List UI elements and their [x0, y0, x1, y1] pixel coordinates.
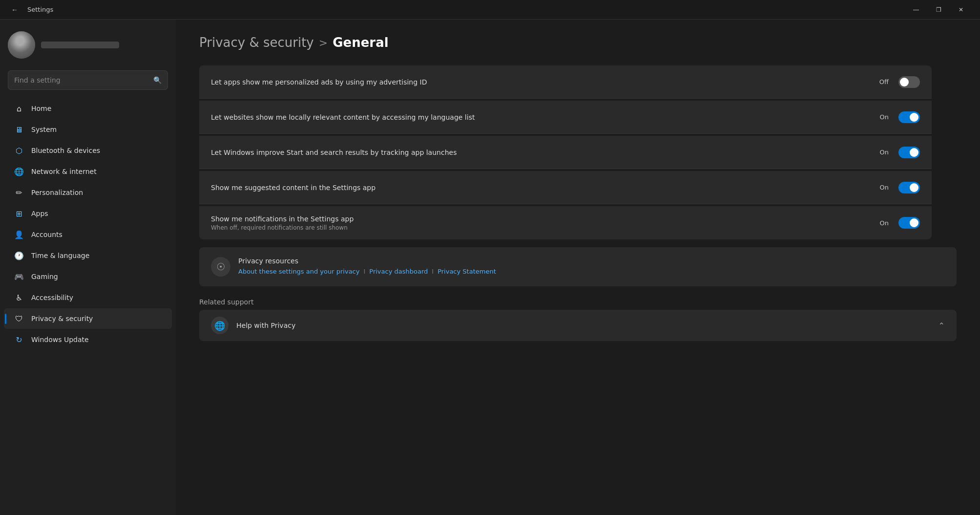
sidebar-item-system[interactable]: 🖥 System: [4, 119, 172, 140]
privacy-sep-1: I: [363, 268, 365, 275]
gaming-icon: 🎮: [14, 271, 24, 282]
network-icon: 🌐: [14, 166, 24, 177]
sidebar-item-gaming[interactable]: 🎮 Gaming: [4, 266, 172, 287]
toggle-suggested[interactable]: [898, 182, 920, 193]
privacy-resources-card: ☉ Privacy resources About these settings…: [199, 247, 957, 286]
sidebar-item-accessibility[interactable]: ♿ Accessibility: [4, 287, 172, 308]
breadcrumb-parent[interactable]: Privacy & security: [199, 35, 314, 50]
sidebar-item-apps[interactable]: ⊞ Apps: [4, 203, 172, 224]
sidebar: 🔍 ⌂ Home 🖥 System ⬡ Bluetooth & devices …: [0, 20, 176, 515]
bluetooth-icon: ⬡: [14, 145, 24, 156]
apps-icon: ⊞: [14, 208, 24, 219]
restore-icon: ❐: [936, 6, 941, 13]
app-title: Settings: [27, 6, 899, 13]
setting-text-notifications: Show me notifications in the Settings ap…: [211, 215, 354, 231]
toggle-wrapper-notifications: On: [880, 217, 920, 229]
sidebar-item-privacy[interactable]: 🛡 Privacy & security: [4, 308, 172, 329]
privacy-links: Privacy resources About these settings a…: [238, 257, 496, 275]
setting-row-tracking[interactable]: Let Windows improve Start and search res…: [199, 136, 932, 169]
setting-label-language: Let websites show me locally relevant co…: [211, 113, 475, 121]
sidebar-item-label-privacy: Privacy & security: [31, 315, 93, 322]
sidebar-item-label-apps: Apps: [31, 210, 48, 217]
toggle-wrapper-tracking: On: [880, 147, 920, 158]
system-icon: 🖥: [14, 124, 24, 135]
minimize-icon: —: [913, 6, 919, 13]
sidebar-item-label-bluetooth: Bluetooth & devices: [31, 147, 100, 154]
privacy-link-row: About these settings and your privacy I …: [238, 268, 496, 275]
search-icon[interactable]: 🔍: [153, 76, 162, 84]
update-icon: ↻: [14, 334, 24, 345]
setting-sublabel-notifications: When off, required notifications are sti…: [211, 224, 354, 231]
restore-button[interactable]: ❐: [927, 0, 950, 20]
personalization-icon: ✏: [14, 187, 24, 198]
sidebar-item-home[interactable]: ⌂ Home: [4, 98, 172, 119]
sidebar-item-label-personalization: Personalization: [31, 189, 83, 196]
setting-row-ads[interactable]: Let apps show me personalized ads by usi…: [199, 65, 932, 99]
toggle-thumb-suggested: [910, 183, 918, 192]
privacy-icon: 🛡: [14, 313, 24, 324]
privacy-shield-icon: ☉: [211, 257, 230, 277]
privacy-link-settings[interactable]: About these settings and your privacy: [238, 268, 359, 275]
time-icon: 🕐: [14, 250, 24, 261]
nav-items: ⌂ Home 🖥 System ⬡ Bluetooth & devices 🌐 …: [0, 98, 176, 507]
setting-row-notifications[interactable]: Show me notifications in the Settings ap…: [199, 206, 932, 239]
sidebar-item-time[interactable]: 🕐 Time & language: [4, 245, 172, 266]
toggle-wrapper-language: On: [880, 111, 920, 123]
setting-text-language: Let websites show me locally relevant co…: [211, 113, 475, 121]
setting-row-language[interactable]: Let websites show me locally relevant co…: [199, 101, 932, 134]
sidebar-item-network[interactable]: 🌐 Network & internet: [4, 161, 172, 182]
setting-label-ads: Let apps show me personalized ads by usi…: [211, 78, 427, 86]
breadcrumb-separator: >: [319, 37, 328, 49]
privacy-link-dashboard[interactable]: Privacy dashboard: [369, 268, 428, 275]
sidebar-item-update[interactable]: ↻ Windows Update: [4, 329, 172, 350]
sidebar-item-personalization[interactable]: ✏ Personalization: [4, 182, 172, 203]
related-support-title: Related support: [199, 298, 957, 306]
toggle-ads[interactable]: [898, 76, 920, 88]
home-icon: ⌂: [14, 103, 24, 114]
setting-text-ads: Let apps show me personalized ads by usi…: [211, 78, 427, 86]
setting-label-notifications: Show me notifications in the Settings ap…: [211, 215, 354, 223]
chevron-up-icon: ⌃: [938, 321, 945, 330]
setting-row-suggested[interactable]: Show me suggested content in the Setting…: [199, 171, 932, 204]
search-box[interactable]: 🔍: [8, 70, 168, 90]
toggle-thumb-ads: [900, 78, 909, 86]
app-body: 🔍 ⌂ Home 🖥 System ⬡ Bluetooth & devices …: [0, 20, 980, 515]
toggle-thumb-tracking: [910, 148, 918, 157]
back-button[interactable]: ←: [8, 3, 21, 17]
sidebar-item-label-network: Network & internet: [31, 168, 97, 175]
sidebar-item-label-gaming: Gaming: [31, 273, 58, 280]
privacy-resources-title: Privacy resources: [238, 257, 496, 265]
setting-text-suggested: Show me suggested content in the Setting…: [211, 184, 375, 192]
sidebar-item-label-update: Windows Update: [31, 336, 89, 343]
help-privacy-card[interactable]: 🌐 Help with Privacy ⌃: [199, 310, 957, 341]
toggle-wrapper-suggested: On: [880, 182, 920, 193]
toggle-language[interactable]: [898, 111, 920, 123]
titlebar: ← Settings — ❐ ✕: [0, 0, 980, 20]
user-info: [41, 42, 119, 48]
setting-label-tracking: Let Windows improve Start and search res…: [211, 149, 457, 156]
toggle-label-language: On: [880, 113, 889, 121]
sidebar-item-label-system: System: [31, 126, 57, 133]
support-card-left: 🌐 Help with Privacy: [211, 317, 295, 334]
search-input[interactable]: [14, 76, 148, 84]
setting-label-suggested: Show me suggested content in the Setting…: [211, 184, 375, 192]
toggle-tracking[interactable]: [898, 147, 920, 158]
toggle-label-tracking: On: [880, 149, 889, 156]
toggle-thumb-notifications: [910, 218, 918, 227]
toggle-label-notifications: On: [880, 219, 889, 227]
close-icon: ✕: [959, 6, 963, 13]
accessibility-icon: ♿: [14, 292, 24, 303]
toggle-label-suggested: On: [880, 184, 889, 191]
sidebar-item-label-accessibility: Accessibility: [31, 294, 73, 301]
help-privacy-icon: 🌐: [211, 317, 229, 334]
window-controls: — ❐ ✕: [905, 0, 972, 20]
close-button[interactable]: ✕: [950, 0, 972, 20]
privacy-link-statement[interactable]: Privacy Statement: [438, 268, 496, 275]
sidebar-item-accounts[interactable]: 👤 Accounts: [4, 224, 172, 245]
sidebar-item-bluetooth[interactable]: ⬡ Bluetooth & devices: [4, 140, 172, 161]
help-privacy-label: Help with Privacy: [236, 322, 295, 329]
back-icon: ←: [11, 6, 18, 14]
minimize-button[interactable]: —: [905, 0, 927, 20]
sidebar-item-label-home: Home: [31, 105, 51, 112]
toggle-notifications[interactable]: [898, 217, 920, 229]
